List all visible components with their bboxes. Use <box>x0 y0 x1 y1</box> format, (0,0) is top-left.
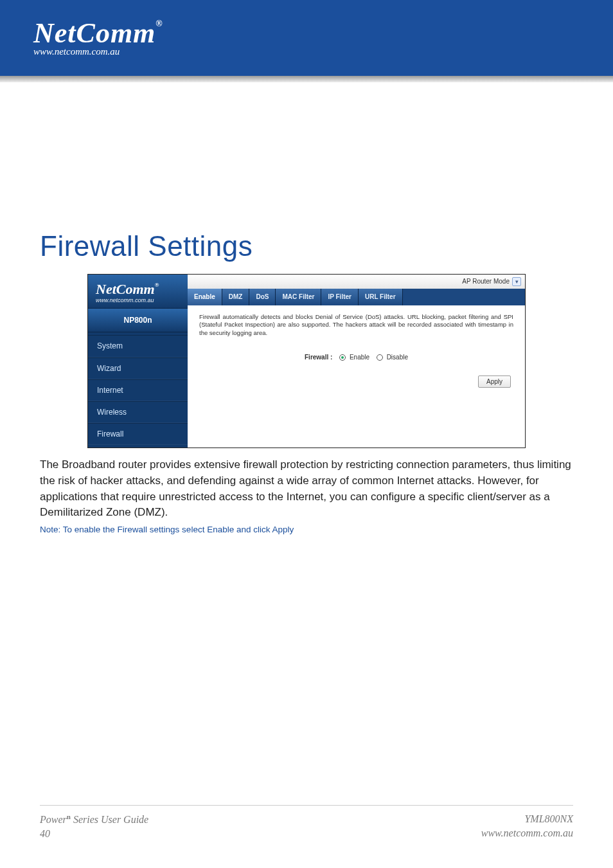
note-text: Note: To enable the Firewall settings se… <box>40 525 573 534</box>
footer-url: www.netcomm.com.au <box>481 826 573 840</box>
sidebar-item-firewall[interactable]: Firewall <box>88 423 188 445</box>
banner-divider <box>0 76 613 82</box>
radio-enable-label: Enable <box>350 354 369 361</box>
radio-enable[interactable] <box>339 354 346 361</box>
tab-ipfilter[interactable]: IP Filter <box>321 289 359 305</box>
chevron-down-icon: ▾ <box>515 278 519 285</box>
sidebar-item-wireless[interactable]: Wireless <box>88 401 188 423</box>
sidebar-item-system[interactable]: System <box>88 335 188 357</box>
radio-disable[interactable] <box>377 354 383 361</box>
router-sidebar: NetComm® www.netcomm.com.au NP800n Syste… <box>88 275 188 448</box>
sidebar-logo: NetComm® www.netcomm.com.au <box>88 275 188 309</box>
sidebar-brand: NetComm <box>96 281 155 297</box>
mode-dropdown[interactable]: ▾ <box>512 277 521 286</box>
trademark-symbol: ® <box>155 19 163 28</box>
tab-dos[interactable]: DoS <box>249 289 276 305</box>
tab-enable[interactable]: Enable <box>188 289 222 305</box>
brand-logo: NetComm® www.netcomm.com.au <box>33 19 163 57</box>
page-title: Firewall Settings <box>40 230 573 262</box>
router-main-panel: AP Router Mode ▾ Enable DMZ DoS MAC Filt… <box>188 275 525 448</box>
router-ui: NetComm® www.netcomm.com.au NP800n Syste… <box>87 274 526 448</box>
footer-guide-prefix: Power <box>40 815 67 826</box>
footer-left: Powern Series User Guide 40 <box>40 812 148 841</box>
apply-button[interactable]: Apply <box>478 375 511 388</box>
panel-description: Firewall automatically detects and block… <box>199 313 513 338</box>
tab-row: Enable DMZ DoS MAC Filter IP Filter URL … <box>188 289 525 305</box>
firewall-option-row: Firewall : Enable Disable <box>199 353 513 362</box>
sidebar-model: NP800n <box>88 309 188 332</box>
radio-disable-label: Disable <box>387 354 408 361</box>
apply-row: Apply <box>199 375 513 388</box>
footer-page-number: 40 <box>40 827 148 841</box>
footer-doc-id: YML800NX <box>481 812 573 826</box>
sidebar-item-internet[interactable]: Internet <box>88 379 188 401</box>
header-banner: NetComm® www.netcomm.com.au <box>0 0 613 76</box>
page-footer: Powern Series User Guide 40 YML800NX www… <box>40 805 573 841</box>
tab-dmz[interactable]: DMZ <box>222 289 250 305</box>
brand-name-text: NetComm <box>33 17 155 49</box>
sidebar-logo-url: www.netcomm.com.au <box>96 296 181 304</box>
footer-guide-suffix: Series User Guide <box>71 815 148 826</box>
router-ui-figure: NetComm® www.netcomm.com.au NP800n Syste… <box>40 274 573 448</box>
tab-urlfilter[interactable]: URL Filter <box>359 289 403 305</box>
firewall-option-label: Firewall : <box>305 354 332 361</box>
footer-right: YML800NX www.netcomm.com.au <box>481 812 573 841</box>
mode-row: AP Router Mode ▾ <box>188 275 525 289</box>
footer-guide-line: Powern Series User Guide <box>40 812 148 827</box>
panel-body: Firewall automatically detects and block… <box>188 305 525 400</box>
brand-name: NetComm® <box>33 19 163 48</box>
sidebar-item-wizard[interactable]: Wizard <box>88 357 188 379</box>
sidebar-nav: System Wizard Internet Wireless Firewall <box>88 332 188 448</box>
sidebar-logo-text: NetComm® <box>96 282 181 296</box>
body-paragraph: The Broadband router provides extensive … <box>40 457 573 521</box>
sidebar-tm: ® <box>155 282 159 288</box>
tab-macfilter[interactable]: MAC Filter <box>276 289 321 305</box>
mode-label: AP Router Mode <box>462 277 510 286</box>
